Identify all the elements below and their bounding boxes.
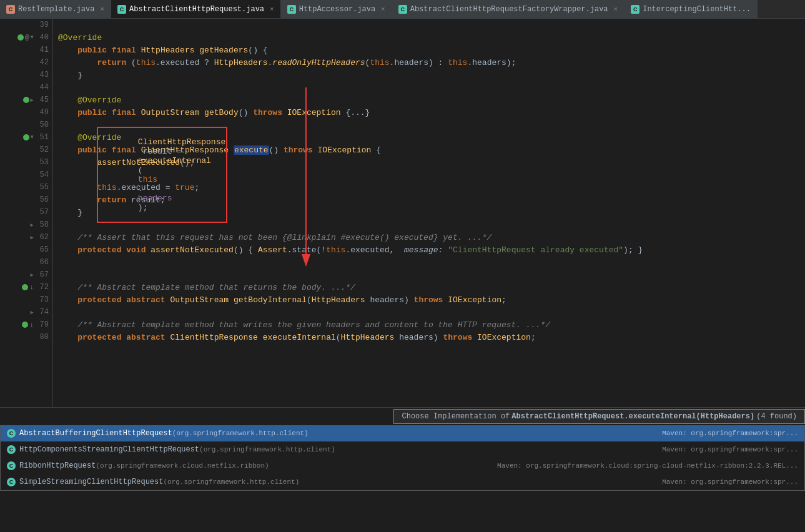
fold-45[interactable]: ▶ bbox=[31, 97, 34, 104]
gutter-row-41: 41 bbox=[0, 44, 52, 56]
kw-return-55: return bbox=[97, 195, 126, 205]
tab-label-httpaccessor: HttpAccessor.java bbox=[299, 5, 375, 14]
tab-resttemplate[interactable]: C RestTemplate.java × bbox=[0, 0, 111, 18]
method-executeinternal-79: executeInternal bbox=[263, 333, 336, 342]
type-outputstream-72: OutputStream bbox=[170, 295, 229, 305]
line-num-58: 58 bbox=[35, 220, 49, 229]
breakpoint-51[interactable] bbox=[23, 134, 29, 140]
gutter-row-57: 57 bbox=[0, 206, 52, 219]
tab-label-intercepting: InterceptingClientHtt... bbox=[643, 5, 751, 14]
fold-40[interactable]: ▼ bbox=[31, 34, 34, 41]
impl-item-0[interactable]: C AbstractBufferingClientHttpRequest (or… bbox=[1, 425, 804, 441]
code-line-57 bbox=[58, 219, 805, 231]
line-num-45: 45 bbox=[35, 96, 49, 104]
line-num-67: 67 bbox=[35, 270, 49, 279]
code-line-74: /** Abstract template method that writes… bbox=[58, 318, 805, 331]
code-line-65 bbox=[58, 256, 805, 268]
fold-62[interactable]: ▶ bbox=[31, 234, 34, 241]
fold-74[interactable]: ▶ bbox=[31, 309, 34, 316]
code-line-79: protected abstract ClientHttpResponse ex… bbox=[58, 331, 805, 343]
line-num-57: 57 bbox=[35, 208, 49, 217]
code-line-44: @Override bbox=[58, 94, 805, 106]
tab-icon-abstractclient: C bbox=[117, 5, 126, 14]
gutter-at-40: @ bbox=[25, 34, 29, 41]
fold-67[interactable]: ▶ bbox=[31, 272, 34, 278]
line-num-53: 53 bbox=[35, 158, 49, 167]
impl-class-2: RibbonHttpRequest bbox=[19, 461, 96, 470]
tab-bar: C RestTemplate.java × C AbstractClientHt… bbox=[0, 0, 805, 19]
kw-protected-79: protected bbox=[77, 333, 121, 342]
gutter-row-79: ↓ 79 bbox=[0, 318, 52, 331]
method-getheaders: getHeaders bbox=[199, 46, 248, 55]
gutter-row-66: 66 bbox=[0, 256, 52, 268]
impl-item-2[interactable]: C RibbonHttpRequest (org.springframework… bbox=[1, 458, 804, 474]
method-getbodyinternal: getBodyInternal bbox=[234, 295, 307, 305]
code-line-53: ClientHttpResponse result = executeInter… bbox=[58, 169, 805, 181]
type-clienthttpresponse-79: ClientHttpResponse bbox=[170, 333, 257, 342]
line-num-80: 80 bbox=[35, 333, 49, 342]
code-line-67: /** Abstract template method that return… bbox=[58, 281, 805, 293]
method-readonlyhttpheaders: readOnlyHttpHeaders bbox=[272, 58, 365, 67]
tab-intercepting[interactable]: C InterceptingClientHtt... bbox=[625, 0, 758, 18]
code-line-54: this .executed = true ; bbox=[58, 181, 805, 194]
impl-item-3[interactable]: C SimpleStreamingClientHttpRequest (org.… bbox=[1, 474, 804, 490]
code-line-39 bbox=[58, 19, 805, 31]
gutter-row-39: 39 bbox=[0, 19, 52, 31]
impl-icon-3: C bbox=[7, 478, 16, 486]
impl-class-1: HttpComponentsStreamingClientHttpRequest bbox=[19, 445, 199, 454]
line-num-41: 41 bbox=[35, 46, 49, 54]
kw-throws-72: throws bbox=[414, 295, 443, 305]
code-line-58: /** Assert that this request has not bee… bbox=[58, 231, 805, 244]
tab-httpaccessor[interactable]: C HttpAccessor.java × bbox=[281, 0, 392, 18]
tab-close-httpaccessor[interactable]: × bbox=[381, 6, 385, 13]
impl-item-1[interactable]: C HttpComponentsStreamingClientHttpReque… bbox=[1, 441, 804, 458]
code-line-80 bbox=[58, 343, 805, 356]
code-editor[interactable]: @Override public final HttpHeaders getHe… bbox=[53, 19, 805, 407]
line-num-51: 51 bbox=[35, 133, 49, 142]
type-assert-62: Assert bbox=[258, 245, 287, 255]
code-line-66 bbox=[58, 268, 805, 281]
method-getbody: getBody bbox=[204, 108, 239, 117]
gutter-row-74: ▶ 74 bbox=[0, 306, 52, 318]
tab-close-resttemplate[interactable]: × bbox=[100, 6, 104, 13]
kw-public-45: public bbox=[77, 108, 107, 117]
gutter-row-62: ▶ 62 bbox=[0, 231, 52, 244]
fold-58[interactable]: ▶ bbox=[31, 222, 34, 229]
type-ioexception-79: IOException bbox=[477, 333, 531, 342]
code-line-42: return ( this .executed ? HttpHeaders . … bbox=[58, 56, 805, 69]
breakpoint-79[interactable] bbox=[22, 322, 28, 328]
kw-void-62: void bbox=[126, 245, 146, 255]
bottom-panel: Choose Implementation of AbstractClientH… bbox=[0, 407, 805, 532]
gutter-arrow-down-79: ↓ bbox=[29, 321, 34, 328]
impl-header-text: Choose Implementation of bbox=[402, 412, 510, 421]
impl-header-area: Choose Implementation of AbstractClientH… bbox=[0, 408, 805, 425]
breakpoint-72[interactable] bbox=[22, 284, 28, 290]
gutter-row-40: @ ▼ 40 bbox=[0, 31, 52, 44]
tab-abstractclient[interactable]: C AbstractClientHttpRequest.java × bbox=[111, 0, 281, 19]
kw-protected-72: protected bbox=[77, 295, 121, 305]
breakpoint-45[interactable] bbox=[23, 97, 29, 103]
tab-label-abstractclient: AbstractClientHttpRequest.java bbox=[129, 5, 264, 14]
tab-abstractfactory[interactable]: C AbstractClientHttpRequestFactoryWrappe… bbox=[392, 0, 625, 18]
code-line-45: public final OutputStream getBody () thr… bbox=[58, 106, 805, 119]
tab-close-abstractfactory[interactable]: × bbox=[614, 6, 618, 13]
kw-protected-62: protected bbox=[77, 245, 121, 255]
fold-51[interactable]: ▼ bbox=[31, 134, 34, 140]
comment-74: /** Abstract template method that writes… bbox=[77, 320, 550, 330]
type-ioexception-51: IOException bbox=[318, 145, 372, 155]
gutter-row-65: 65 bbox=[0, 244, 52, 256]
line-num-50: 50 bbox=[35, 121, 49, 129]
gutter-row-54: 54 bbox=[0, 169, 52, 181]
code-line-62: protected void assertNotExecuted () { As… bbox=[58, 244, 805, 256]
line-num-79: 79 bbox=[35, 320, 49, 329]
named-param-message-62: message: bbox=[399, 245, 443, 255]
gutter-row-50: 50 bbox=[0, 119, 52, 131]
impl-list: C AbstractBufferingClientHttpRequest (or… bbox=[0, 425, 805, 491]
breakpoint-40[interactable] bbox=[17, 34, 24, 41]
gutter-row-49: 49 bbox=[0, 106, 52, 119]
comment-67: /** Abstract template method that return… bbox=[77, 283, 355, 292]
tab-close-abstractclient[interactable]: × bbox=[270, 6, 274, 13]
line-num-54: 54 bbox=[35, 170, 49, 179]
gutter-row-58: ▶ 58 bbox=[0, 219, 52, 231]
kw-this2-42: this bbox=[370, 58, 389, 67]
